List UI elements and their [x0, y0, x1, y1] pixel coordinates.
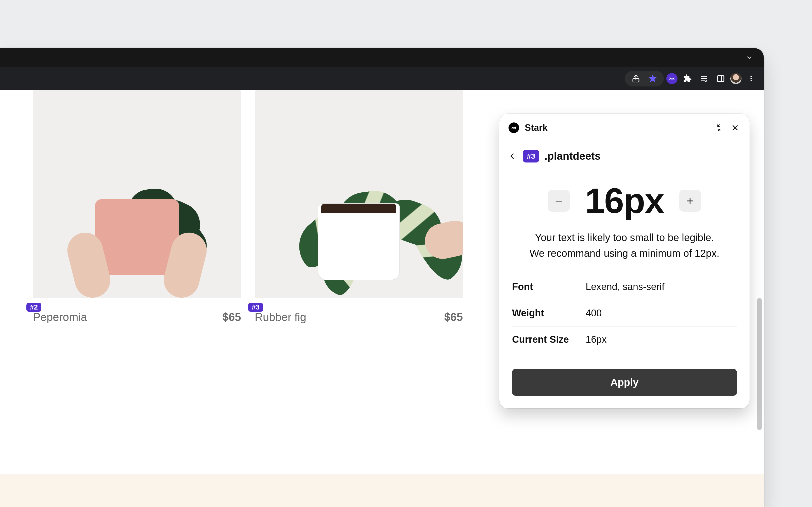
- advice-line: Your text is likely too small to be legi…: [512, 230, 737, 245]
- property-label: Current Size: [512, 334, 586, 345]
- panel-header: Stark: [499, 114, 750, 142]
- panel-title: Stark: [525, 122, 548, 133]
- back-button[interactable]: [507, 151, 518, 161]
- browser-window: $65 #2 Peperomia $65: [0, 48, 764, 507]
- tabs-dropdown-icon[interactable]: [746, 54, 753, 61]
- product-price: $65: [222, 311, 241, 324]
- product-photo: [255, 90, 463, 298]
- property-value: 400: [586, 308, 602, 319]
- kebab-menu-icon[interactable]: [744, 71, 758, 86]
- property-row: Weight 400: [512, 300, 737, 327]
- decrease-button[interactable]: –: [548, 190, 570, 212]
- product-price: $65: [444, 311, 463, 324]
- side-panel-icon[interactable]: [714, 71, 728, 86]
- stark-logo-icon: [509, 122, 519, 133]
- stark-panel: Stark #3 .plantdeets – 16px + Your te: [499, 114, 750, 408]
- apply-button[interactable]: Apply: [512, 369, 737, 396]
- product-card[interactable]: #3 Rubber fig $65: [255, 90, 463, 324]
- stark-extension-icon[interactable]: [666, 73, 677, 84]
- footer-strip: [0, 474, 764, 507]
- property-value: Lexend, sans-serif: [586, 281, 665, 292]
- product-name: Peperomia: [33, 311, 87, 324]
- svg-point-8: [751, 80, 752, 81]
- property-row: Current Size 16px: [512, 327, 737, 353]
- svg-point-6: [751, 76, 752, 77]
- browser-toolbar: [0, 67, 764, 90]
- property-row: Font Lexend, sans-serif: [512, 274, 737, 300]
- svg-point-7: [751, 78, 752, 79]
- breadcrumb: #3 .plantdeets: [499, 142, 750, 170]
- property-value: 16px: [586, 334, 606, 345]
- advice-text: Your text is likely too small to be legi…: [512, 230, 737, 261]
- omnibox-actions: [625, 71, 664, 87]
- star-icon[interactable]: [647, 73, 658, 84]
- property-label: Font: [512, 281, 586, 292]
- collapse-icon[interactable]: [714, 122, 724, 133]
- reading-list-icon[interactable]: [697, 71, 711, 86]
- scrollbar[interactable]: [757, 298, 762, 430]
- css-selector: .plantdeets: [544, 150, 601, 162]
- product-photo: [33, 90, 241, 298]
- product-name: Rubber fig: [255, 311, 306, 324]
- crumb-badge: #3: [523, 150, 539, 163]
- apply-button-label: Apply: [610, 377, 639, 388]
- annotation-badge[interactable]: #2: [27, 303, 41, 312]
- extensions-icon[interactable]: [680, 71, 694, 86]
- properties-list: Font Lexend, sans-serif Weight 400 Curre…: [499, 271, 750, 365]
- share-icon[interactable]: [630, 73, 642, 84]
- tab-strip: [0, 48, 764, 67]
- svg-rect-4: [717, 76, 724, 81]
- property-label: Weight: [512, 308, 586, 319]
- size-preview: – 16px + Your text is likely too small t…: [499, 170, 750, 271]
- product-card[interactable]: #2 Peperomia $65: [33, 90, 241, 324]
- annotation-badge[interactable]: #3: [248, 303, 263, 312]
- profile-avatar[interactable]: [730, 73, 742, 84]
- increase-button[interactable]: +: [679, 190, 701, 212]
- close-icon[interactable]: [730, 122, 741, 133]
- advice-line: We recommand using a minimum of 12px.: [512, 245, 737, 261]
- size-value: 16px: [585, 183, 664, 219]
